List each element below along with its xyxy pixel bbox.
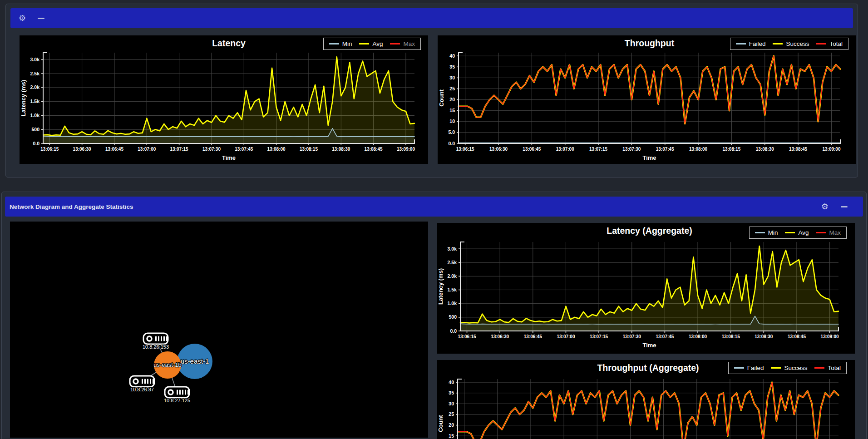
svg-text:25: 25 [449, 86, 455, 91]
svg-text:Time: Time [642, 154, 656, 161]
svg-text:13:07:15: 13:07:15 [589, 147, 607, 152]
svg-text:13:07:45: 13:07:45 [656, 334, 674, 339]
legend-swatch [816, 232, 826, 234]
svg-text:40: 40 [449, 53, 455, 59]
svg-text:500: 500 [449, 314, 457, 320]
svg-text:13:06:30: 13:06:30 [489, 147, 508, 152]
legend-label: Total [829, 40, 843, 47]
svg-text:13:09:00: 13:09:00 [821, 334, 839, 339]
legend-item-min[interactable]: Min [329, 40, 352, 47]
legend-item-success[interactable]: Success [773, 40, 809, 47]
legend-swatch [771, 367, 781, 369]
svg-text:0.0: 0.0 [448, 141, 455, 146]
svg-text:Throughput: Throughput [625, 38, 675, 48]
latency-plot: 0.05001.0k1.5k2.0k2.5k3.0k13:06:1513:06:… [20, 35, 428, 164]
latency_agg-legend: MinAvgMax [749, 227, 847, 239]
legend-item-total[interactable]: Total [816, 40, 843, 47]
svg-text:13:08:00: 13:08:00 [267, 147, 286, 152]
legend-item-avg[interactable]: Avg [785, 229, 809, 236]
legend-item-failed[interactable]: Failed [734, 365, 764, 371]
svg-text:13:08:45: 13:08:45 [788, 334, 806, 339]
server-icon-10.8.27.125[interactable] [165, 387, 189, 398]
svg-text:13:06:30: 13:06:30 [491, 334, 509, 339]
legend-item-failed[interactable]: Failed [736, 40, 766, 47]
svg-text:15: 15 [449, 108, 455, 113]
svg-text:13:08:30: 13:08:30 [756, 147, 774, 152]
legend-swatch [816, 43, 826, 45]
svg-text:1.0k: 1.0k [30, 113, 40, 118]
svg-text:13:07:00: 13:07:00 [556, 147, 574, 152]
legend-swatch [734, 367, 744, 369]
svg-text:13:06:30: 13:06:30 [73, 147, 91, 152]
gear-icon: ⚙ [821, 202, 829, 211]
latency-legend: MinAvgMax [323, 38, 421, 50]
panel-title: Network Diagram and Aggregate Statistics [10, 203, 821, 210]
legend-swatch [773, 43, 783, 45]
panel-top-charts: ⚙ 0.05001.0k1.5k2.0k2.5k3.0k13:06:1513:0… [5, 4, 858, 178]
legend-label: Avg [798, 229, 809, 236]
svg-text:1.0k: 1.0k [448, 301, 457, 306]
svg-text:Latency (Aggregate): Latency (Aggregate) [607, 226, 692, 236]
svg-text:13:07:30: 13:07:30 [202, 147, 221, 152]
settings-icon[interactable]: ⚙ [19, 14, 26, 22]
svg-text:13:07:00: 13:07:00 [557, 334, 575, 339]
latency_agg-plot: 0.05001.0k1.5k2.0k2.5k3.0k13:06:1513:06:… [437, 223, 855, 354]
svg-text:Count: Count [437, 415, 444, 432]
legend-item-total[interactable]: Total [814, 365, 841, 371]
network-label-10.8.26.87: 10.8.26.87 [130, 387, 154, 392]
throughput-chart[interactable]: 0.05.01015202530354013:06:1513:06:3013:0… [438, 35, 856, 164]
svg-text:2.5k: 2.5k [448, 260, 457, 265]
network-label-us-east-1: us-east-1 [181, 357, 209, 365]
server-icon-10.8.26.87[interactable] [130, 376, 154, 387]
network-diagram[interactable]: us-east-1us-east-1b10.8.26.15310.8.26.87… [10, 222, 428, 438]
svg-text:13:06:15: 13:06:15 [40, 147, 59, 152]
throughput-legend: FailedSuccessTotal [730, 38, 848, 50]
svg-text:13:06:45: 13:06:45 [105, 147, 123, 152]
server-icon-10.8.26.153[interactable] [143, 333, 168, 344]
gear-icon: ⚙ [19, 14, 26, 22]
svg-text:13:08:45: 13:08:45 [789, 147, 807, 152]
legend-label: Failed [747, 365, 764, 371]
svg-text:3.0k: 3.0k [30, 57, 40, 62]
minimize-icon[interactable] [38, 18, 44, 19]
svg-text:30: 30 [449, 75, 455, 80]
legend-label: Min [768, 229, 778, 236]
panel-network-aggregate: Network Diagram and Aggregate Statistics… [1, 192, 867, 439]
legend-label: Total [828, 365, 841, 371]
panel-header: ⚙ [10, 8, 853, 28]
legend-swatch [814, 367, 824, 369]
svg-text:1.5k: 1.5k [30, 99, 40, 104]
latency-aggregate-chart[interactable]: 0.05001.0k1.5k2.0k2.5k3.0k13:06:1513:06:… [437, 223, 855, 354]
legend-label: Min [342, 40, 352, 47]
legend-item-success[interactable]: Success [771, 365, 807, 371]
svg-text:Time: Time [222, 154, 236, 161]
svg-text:35: 35 [449, 64, 455, 69]
svg-text:13:07:00: 13:07:00 [138, 147, 156, 152]
svg-text:13:06:45: 13:06:45 [524, 334, 542, 339]
latency-chart[interactable]: 0.05001.0k1.5k2.0k2.5k3.0k13:06:1513:06:… [20, 35, 428, 164]
network-label-us-east-1b: us-east-1b [153, 361, 181, 368]
svg-text:1.5k: 1.5k [448, 287, 457, 292]
legend-item-max[interactable]: Max [390, 40, 415, 47]
legend-swatch [785, 232, 795, 234]
svg-text:13:08:30: 13:08:30 [755, 334, 773, 339]
legend-swatch [329, 43, 339, 45]
svg-text:25: 25 [449, 411, 454, 417]
legend-item-max[interactable]: Max [816, 229, 841, 236]
svg-text:Throughput (Aggregate): Throughput (Aggregate) [597, 363, 699, 373]
settings-icon[interactable]: ⚙ [821, 202, 829, 211]
network-diagram-canvas: us-east-1us-east-1b10.8.26.15310.8.26.87… [10, 222, 428, 438]
legend-item-avg[interactable]: Avg [359, 40, 383, 47]
legend-item-min[interactable]: Min [755, 229, 778, 236]
svg-text:13:08:30: 13:08:30 [332, 147, 350, 152]
throughput-aggregate-chart[interactable]: 0.05.01015202530354013:06:1513:06:3013:0… [437, 360, 855, 439]
svg-text:0.0: 0.0 [450, 328, 457, 334]
svg-text:13:08:45: 13:08:45 [365, 147, 383, 152]
minimize-icon[interactable] [841, 206, 848, 207]
throughput-plot: 0.05.01015202530354013:06:1513:06:3013:0… [438, 35, 856, 164]
svg-text:13:08:00: 13:08:00 [689, 334, 707, 339]
svg-text:13:09:00: 13:09:00 [822, 147, 840, 152]
svg-text:20: 20 [449, 97, 455, 102]
legend-swatch [359, 43, 369, 45]
svg-text:13:07:45: 13:07:45 [656, 147, 674, 152]
